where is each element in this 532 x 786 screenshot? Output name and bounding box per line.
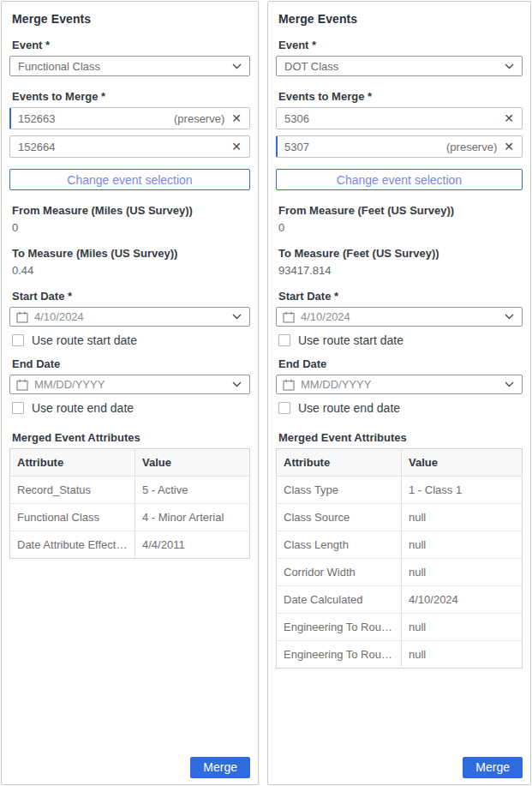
- use-route-start-date-checkbox[interactable]: [278, 334, 290, 346]
- end-date-label: End Date: [12, 357, 248, 370]
- page-title: Merge Events: [12, 12, 248, 26]
- events-to-merge-label: Events to Merge *: [278, 90, 520, 103]
- use-route-start-date-checkbox[interactable]: [12, 334, 24, 346]
- end-date-value: MM/DD/YYYY: [34, 378, 227, 391]
- event-select-value: Functional Class: [18, 60, 227, 73]
- merged-event-attributes-label: Merged Event Attributes: [12, 431, 248, 444]
- start-date-picker[interactable]: 4/10/2024: [9, 307, 250, 327]
- use-route-end-date-checkbox[interactable]: [278, 402, 290, 414]
- value-column-header: Value: [402, 449, 523, 477]
- change-event-selection-button[interactable]: Change event selection: [276, 169, 523, 190]
- event-label: Event *: [278, 39, 520, 51]
- merge-button[interactable]: Merge: [190, 757, 250, 778]
- use-route-end-date-row: Use route end date: [12, 401, 248, 415]
- value-cell: 4/4/2011: [135, 531, 250, 559]
- merge-event-id: 5307: [284, 141, 446, 153]
- merge-events-panel: Merge Events Event * DOT Class Events to…: [267, 1, 531, 785]
- from-measure: From Measure (Miles (US Survey)) 0: [9, 204, 250, 234]
- value-cell: 5 - Active: [135, 477, 250, 504]
- end-date-label: End Date: [278, 357, 520, 370]
- use-route-start-date-label: Use route start date: [298, 333, 403, 347]
- chevron-down-icon: [232, 63, 242, 69]
- calendar-icon: [283, 379, 295, 391]
- attribute-cell: Class Type: [277, 477, 402, 504]
- to-measure-value: 0.44: [12, 264, 248, 277]
- use-route-end-date-row: Use route end date: [278, 401, 520, 415]
- attribute-cell: Record_Status: [10, 477, 135, 504]
- events-to-merge-section: Events to Merge * 152663 (preserve) ✕ 15…: [9, 90, 250, 190]
- calendar-icon: [16, 379, 28, 391]
- close-icon[interactable]: ✕: [504, 141, 514, 153]
- attribute-cell: Class Source: [277, 504, 402, 531]
- attribute-cell: Date Calculated: [277, 586, 402, 614]
- start-date-section: Start Date * 4/10/2024 Use route start d…: [9, 290, 250, 347]
- use-route-start-date-row: Use route start date: [278, 333, 520, 347]
- events-to-merge-section: Events to Merge * 5306 ✕ 5307 (preserve)…: [276, 90, 523, 190]
- table-row: Engineering To Route ... null: [277, 641, 523, 669]
- change-event-selection-button[interactable]: Change event selection: [9, 169, 250, 190]
- from-measure-value: 0: [278, 221, 520, 234]
- calendar-icon: [16, 311, 28, 323]
- start-date-section: Start Date * 4/10/2024 Use route start d…: [276, 290, 523, 347]
- chevron-down-icon: [232, 381, 242, 387]
- use-route-start-date-row: Use route start date: [12, 333, 248, 347]
- use-route-end-date-checkbox[interactable]: [12, 402, 24, 414]
- start-date-label: Start Date *: [278, 290, 520, 303]
- merged-event-attributes-label: Merged Event Attributes: [278, 431, 520, 444]
- attribute-cell: Date Attribute Effective: [10, 531, 135, 559]
- value-cell: null: [402, 614, 523, 641]
- end-date-picker[interactable]: MM/DD/YYYY: [276, 375, 523, 394]
- events-to-merge-label: Events to Merge *: [12, 90, 248, 103]
- merge-event-item: 5306 ✕: [276, 107, 523, 129]
- to-measure: To Measure (Miles (US Survey)) 0.44: [9, 247, 250, 277]
- use-route-end-date-label: Use route end date: [298, 401, 400, 415]
- to-measure: To Measure (Feet (US Survey)) 93417.814: [276, 247, 523, 277]
- to-measure-label: To Measure (Miles (US Survey)): [12, 247, 248, 260]
- value-cell: 4 - Minor Arterial: [135, 504, 250, 531]
- attribute-cell: Functional Class: [10, 504, 135, 531]
- merge-event-id: 152663: [18, 112, 174, 125]
- close-icon[interactable]: ✕: [231, 141, 242, 153]
- event-label: Event *: [12, 39, 248, 51]
- page-title: Merge Events: [278, 12, 520, 26]
- table-row: Corridor Width null: [277, 559, 523, 586]
- merge-event-item: 152663 (preserve) ✕: [9, 107, 250, 129]
- to-measure-value: 93417.814: [278, 264, 520, 277]
- attribute-column-header: Attribute: [10, 449, 135, 477]
- close-icon[interactable]: ✕: [504, 112, 514, 124]
- table-row: Date Attribute Effective 4/4/2011: [10, 531, 250, 559]
- to-measure-label: To Measure (Feet (US Survey)): [278, 247, 520, 260]
- event-select[interactable]: Functional Class: [9, 56, 250, 76]
- from-measure-label: From Measure (Miles (US Survey)): [12, 204, 248, 217]
- merge-event-item: 152664 ✕: [9, 135, 250, 158]
- end-date-picker[interactable]: MM/DD/YYYY: [9, 375, 250, 394]
- chevron-down-icon: [505, 63, 514, 69]
- table-row: Engineering To RouteID null: [277, 614, 523, 641]
- preserve-badge: (preserve): [174, 112, 224, 125]
- close-icon[interactable]: ✕: [231, 112, 242, 124]
- end-date-value: MM/DD/YYYY: [301, 378, 499, 391]
- table-row: Functional Class 4 - Minor Arterial: [10, 504, 250, 531]
- chevron-down-icon: [505, 314, 514, 320]
- chevron-down-icon: [232, 314, 242, 320]
- event-section: Event * Functional Class: [9, 39, 250, 76]
- end-date-section: End Date MM/DD/YYYY Use route end date: [276, 357, 523, 415]
- event-select[interactable]: DOT Class: [276, 56, 523, 76]
- chevron-down-icon: [505, 381, 514, 387]
- merge-event-item: 5307 (preserve) ✕: [276, 135, 523, 158]
- use-route-end-date-label: Use route end date: [32, 401, 134, 415]
- event-section: Event * DOT Class: [276, 39, 523, 76]
- merge-events-panel: Merge Events Event * Functional Class Ev…: [1, 1, 259, 785]
- start-date-value: 4/10/2024: [301, 310, 499, 323]
- table-row: Record_Status 5 - Active: [10, 477, 250, 504]
- start-date-picker[interactable]: 4/10/2024: [276, 307, 523, 327]
- attribute-cell: Corridor Width: [277, 559, 402, 586]
- attribute-cell: Engineering To Route ...: [277, 641, 402, 669]
- value-column-header: Value: [135, 449, 250, 477]
- merge-button[interactable]: Merge: [463, 757, 523, 778]
- attributes-table: Attribute Value Class Type 1 - Class 1 C…: [276, 448, 523, 669]
- from-measure-label: From Measure (Feet (US Survey)): [278, 204, 520, 217]
- value-cell: null: [402, 641, 523, 669]
- calendar-icon: [283, 311, 295, 323]
- event-select-value: DOT Class: [284, 60, 499, 73]
